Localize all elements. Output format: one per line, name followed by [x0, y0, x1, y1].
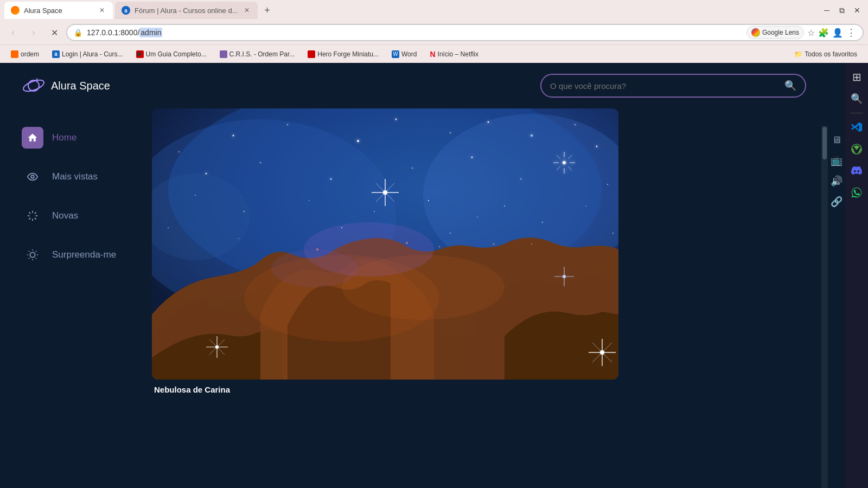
svg-point-34 [488, 121, 489, 123]
svg-point-43 [471, 157, 473, 158]
back-button[interactable]: ‹ [4, 24, 22, 41]
sidebar-item-surpreenda[interactable]: Surpreenda-me [16, 236, 136, 273]
tab-forum[interactable]: a Fórum | Alura - Cursos online d... ✕ [115, 2, 258, 19]
close-button[interactable]: ✕ [851, 4, 864, 17]
discord-icon[interactable] [847, 161, 866, 181]
lightbulb-icon [27, 249, 39, 261]
svg-point-39 [206, 173, 207, 175]
new-tab-button[interactable]: + [260, 3, 275, 18]
eye-icon-container [22, 166, 43, 188]
title-bar: Alura Space ✕ a Fórum | Alura - Cursos o… [0, 0, 868, 21]
svg-point-79 [504, 206, 505, 207]
sidebar-label-surpreenda: Surpreenda-me [52, 249, 116, 260]
bookmark-star-icon[interactable]: ☆ [807, 28, 815, 38]
image-caption: Nebulosa de Carina [152, 385, 817, 394]
restore-button[interactable]: ⧉ [835, 4, 848, 17]
tab-favicon-alura [11, 6, 20, 15]
search-input[interactable] [550, 81, 779, 91]
bookmark-alura-login[interactable]: a Login | Alura - Curs... [48, 48, 127, 60]
whatsapp-icon[interactable] [847, 183, 866, 202]
bookmark-cris[interactable]: C.R.I.S. - Ordem Par... [215, 48, 299, 60]
account-icon[interactable]: 👤 [832, 28, 843, 38]
bookmark-label-guia: Um Guia Completo... [146, 50, 207, 58]
sidebar-item-home[interactable]: Home [16, 119, 136, 156]
tab-alura-space[interactable]: Alura Space ✕ [4, 2, 113, 19]
bookmark-label-word: Word [401, 50, 417, 58]
bookmark-guia[interactable]: ✱ Um Guia Completo... [132, 48, 211, 60]
search-box[interactable]: 🔍 [540, 74, 806, 98]
address-bar[interactable]: 🔒 127.0.0.1:8000/admin Google Lens ☆ 🧩 👤… [66, 24, 864, 41]
address-text: 127.0.0.1:8000/admin [87, 28, 742, 37]
svg-point-3 [31, 175, 34, 178]
sidebar-item-mais-vistas[interactable]: Mais vistas [16, 158, 136, 195]
bookmarks-folder-icon: 📁 [794, 50, 802, 58]
svg-point-76 [374, 211, 375, 212]
bookmark-favicon-cris [220, 50, 227, 58]
bookmark-label-heroforge: Hero Forge Miniatu... [317, 50, 379, 58]
link-icon[interactable]: 🔗 [831, 196, 843, 208]
page-scrollbar[interactable] [821, 126, 828, 488]
windows-search-icon[interactable]: 🔍 [847, 89, 866, 108]
svg-point-77 [428, 200, 429, 201]
google-lens-icon [751, 28, 760, 37]
monitor-icon[interactable]: 📺 [831, 155, 843, 166]
google-lens-button[interactable]: Google Lens [746, 26, 804, 39]
sidebar-nav: Home Mais vistas [0, 108, 152, 488]
svg-point-42 [412, 168, 413, 169]
sidebar-divider [850, 113, 863, 113]
windows-grid-icon[interactable]: ⊞ [847, 67, 866, 87]
svg-point-35 [531, 134, 533, 137]
reload-button[interactable]: ✕ [46, 24, 63, 41]
svg-point-31 [357, 140, 359, 142]
svg-point-30 [287, 124, 288, 125]
svg-point-81 [585, 206, 586, 207]
extension-icon[interactable]: 🧩 [818, 28, 829, 38]
bookmark-favicon-heroforge [308, 50, 315, 58]
tab-close-alura[interactable]: ✕ [98, 6, 106, 15]
svg-point-90 [439, 246, 441, 248]
svg-point-41 [330, 178, 332, 180]
bookmark-heroforge[interactable]: Hero Forge Miniatu... [303, 48, 383, 60]
browser-chrome: Alura Space ✕ a Fórum | Alura - Cursos o… [0, 0, 868, 63]
home-icon [27, 132, 38, 143]
bookmark-favicon-word: W [392, 50, 399, 58]
svg-line-11 [29, 218, 31, 220]
svg-point-29 [233, 135, 234, 137]
nav-bar: ‹ › ✕ 🔒 127.0.0.1:8000/admin Google Lens… [0, 21, 868, 44]
svg-point-88 [612, 233, 614, 234]
home-icon-bg [22, 127, 43, 149]
svg-point-80 [542, 222, 543, 223]
sidebar-item-novas[interactable]: Novas [16, 197, 136, 234]
display-icon[interactable]: 🖥 [832, 134, 841, 146]
svg-point-91 [406, 242, 408, 244]
forward-button[interactable]: › [25, 24, 42, 41]
svg-line-9 [35, 218, 36, 220]
xbox-icon[interactable] [847, 139, 866, 159]
vscode-icon[interactable] [847, 118, 866, 137]
svg-point-92 [493, 243, 495, 245]
bookmark-ordem[interactable]: ordem [7, 48, 43, 60]
bookmarks-all-button[interactable]: 📁 Todos os favoritos [790, 48, 861, 60]
menu-icon[interactable]: ⋮ [846, 27, 856, 38]
svg-point-82 [607, 184, 608, 185]
scrollbar-thumb[interactable] [822, 127, 827, 159]
volume-icon[interactable]: 🔊 [831, 175, 843, 187]
bookmarks-bar: ordem a Login | Alura - Curs... ✱ Um Gui… [0, 44, 868, 63]
google-lens-label: Google Lens [762, 29, 799, 36]
bookmark-label-netflix: Início – Netflix [438, 50, 478, 58]
bookmark-word[interactable]: W Word [387, 48, 421, 60]
address-highlight: admin [139, 28, 162, 37]
minimize-button[interactable]: ─ [820, 4, 833, 17]
window-controls: ─ ⧉ ✕ [820, 4, 864, 17]
security-icon: 🔒 [74, 29, 82, 37]
svg-line-20 [36, 251, 36, 252]
featured-image [152, 108, 618, 380]
bookmark-favicon-ordem [11, 50, 18, 58]
tab-close-forum[interactable]: ✕ [242, 6, 251, 15]
svg-point-86 [450, 233, 451, 234]
svg-point-46 [563, 161, 566, 164]
svg-point-44 [520, 178, 521, 179]
svg-line-8 [29, 213, 31, 214]
bookmark-netflix[interactable]: N Início – Netflix [425, 48, 483, 61]
right-panel: 🖥 📺 🔊 🔗 [828, 126, 845, 216]
